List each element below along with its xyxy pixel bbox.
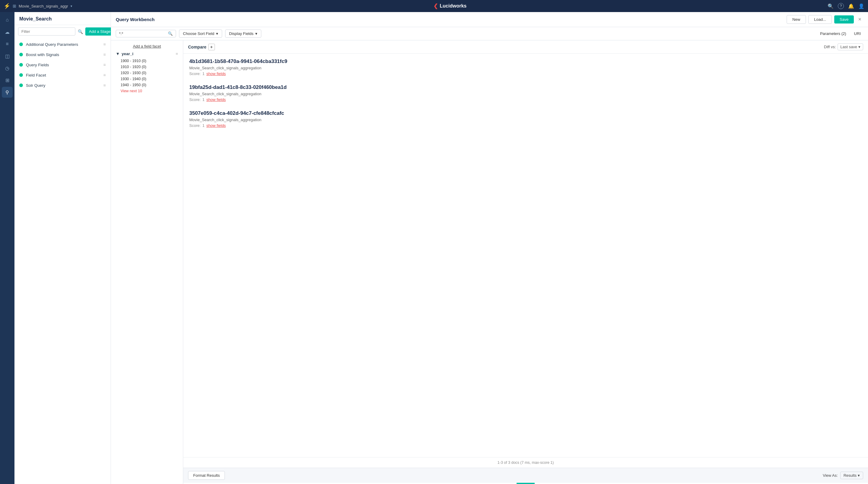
view-as-section: View As: Results ▾ xyxy=(823,472,863,479)
score-value: 1 xyxy=(203,123,205,128)
score-label: Score: xyxy=(189,123,201,128)
result-score-line: Score: 1 show fields xyxy=(189,123,862,128)
pipeline-title: Movie_Search xyxy=(14,12,111,25)
format-results-button[interactable]: Format Results xyxy=(188,471,225,480)
app-breadcrumb-name[interactable]: Movie_Search_signals_aggr xyxy=(19,4,68,8)
main-layout: ⌂ ☁ ≡ ◫ ◷ ⊞ ⚲ Movie_Search 🔍 Add a Stage… xyxy=(0,12,868,484)
content-area: Query Workbench New Load... Save × 🔍 Cho… xyxy=(111,12,868,484)
facet-group-year: ▼ year_i ≡ 1900 - 1910 (0) 1910 - 1920 (… xyxy=(111,52,183,94)
results-layout: Add a field facet ▼ year_i ≡ 1900 - 1910… xyxy=(111,40,868,484)
stage-item-query-fields[interactable]: Query Fields ≡ xyxy=(14,60,111,70)
facet-value-item[interactable]: 1910 - 1920 (0) xyxy=(116,64,178,70)
score-value: 1 xyxy=(203,97,205,102)
result-collection: Movie_Search_click_signals_aggregation xyxy=(189,118,862,122)
brand-logo-icon: ❮ xyxy=(433,3,438,9)
diff-chevron-icon: ▾ xyxy=(858,44,861,49)
stage-list: Additional Query Parameters ≡ Boost with… xyxy=(14,38,111,484)
search-input[interactable] xyxy=(119,31,166,36)
stage-item-solr-query[interactable]: Solr Query ≡ xyxy=(14,80,111,90)
stage-dot xyxy=(19,73,23,77)
filter-input[interactable] xyxy=(18,27,75,36)
user-icon[interactable]: 👤 xyxy=(858,3,864,9)
score-value: 1 xyxy=(203,71,205,76)
drag-handle-icon: ≡ xyxy=(103,62,106,67)
result-score-line: Score: 1 show fields xyxy=(189,97,862,102)
sidebar-icon-dashboard[interactable]: ◫ xyxy=(2,51,13,61)
sidebar-icon-cloud[interactable]: ☁ xyxy=(2,27,13,37)
new-button[interactable]: New xyxy=(786,15,806,24)
show-fields-link[interactable]: show fields xyxy=(207,71,226,76)
display-fields-button[interactable]: Display Fields ▾ xyxy=(225,30,261,38)
sidebar-icon-search[interactable]: ⚲ xyxy=(2,87,13,98)
workbench-actions: New Load... Save × xyxy=(786,15,863,24)
sidebar-icon-clock[interactable]: ◷ xyxy=(2,63,13,73)
diff-select-button[interactable]: Last save ▾ xyxy=(838,43,863,50)
result-id: 4b1d3681-1b58-470a-9941-064cba331fc9 xyxy=(189,58,862,64)
result-collection: Movie_Search_click_signals_aggregation xyxy=(189,92,862,96)
result-score-line: Score: 1 show fields xyxy=(189,71,862,76)
icon-sidebar: ⌂ ☁ ≡ ◫ ◷ ⊞ ⚲ xyxy=(0,12,14,484)
facet-group-header[interactable]: ▼ year_i ≡ xyxy=(116,52,178,56)
facet-arrow-icon: ▼ xyxy=(116,52,120,56)
teal-bar xyxy=(517,483,535,484)
search-icon[interactable]: 🔍 xyxy=(828,3,834,9)
stage-dot xyxy=(19,63,23,67)
results-panel: Compare + Diff vs: Last save ▾ 4b1d36 xyxy=(183,40,868,484)
close-button[interactable]: × xyxy=(856,16,863,23)
stage-dot xyxy=(19,42,23,46)
compare-plus-icon: + xyxy=(208,44,215,50)
brand-name: Lucidworks xyxy=(440,3,467,9)
facet-value-item[interactable]: 1900 - 1910 (0) xyxy=(116,58,178,64)
add-stage-label: Add a Stage xyxy=(89,29,111,34)
sidebar-icon-home[interactable]: ⌂ xyxy=(2,14,13,25)
save-button[interactable]: Save xyxy=(834,16,854,24)
drag-handle-icon: ≡ xyxy=(103,42,106,47)
result-item-2: 3507e059-c4ca-402d-94c7-cfe848cfcafc Mov… xyxy=(189,110,862,128)
diff-vs-label: Diff vs: xyxy=(824,44,836,49)
view-as-select[interactable]: Results ▾ xyxy=(840,472,863,479)
result-id: 19bfa25d-dad1-41c8-8c33-020f460bea1d xyxy=(189,84,862,90)
brand-center: ❮ Lucidworks xyxy=(433,3,467,9)
breadcrumb-chevron[interactable]: ▾ xyxy=(70,4,72,8)
load-button[interactable]: Load... xyxy=(808,15,832,24)
query-bar: 🔍 Choose Sort Field ▾ Display Fields ▾ P… xyxy=(111,27,868,40)
stage-item-additional-query[interactable]: Additional Query Parameters ≡ xyxy=(14,39,111,50)
uri-link[interactable]: URI xyxy=(852,30,863,37)
compare-button[interactable]: Compare + xyxy=(188,44,215,50)
nav-left: ⚡ ⊞ Movie_Search_signals_aggr ▾ xyxy=(4,3,72,9)
drag-handle-icon: ≡ xyxy=(103,52,106,57)
diff-vs-section: Diff vs: Last save ▾ xyxy=(824,43,863,50)
stage-item-boost-signals[interactable]: Boost with Signals ≡ xyxy=(14,50,111,60)
display-chevron-icon: ▾ xyxy=(255,31,257,36)
workbench-header: Query Workbench New Load... Save × xyxy=(111,12,868,27)
drag-handle-icon: ≡ xyxy=(103,83,106,88)
add-field-facet-link[interactable]: Add a field facet xyxy=(111,44,183,52)
filter-search-icon: 🔍 xyxy=(78,29,83,34)
parameters-link[interactable]: Parameters (2) xyxy=(818,30,849,37)
compare-bar: Compare + Diff vs: Last save ▾ xyxy=(183,40,868,54)
result-id: 3507e059-c4ca-402d-94c7-cfe848cfcafc xyxy=(189,110,862,116)
show-fields-link[interactable]: show fields xyxy=(207,123,226,128)
view-as-label: View As: xyxy=(823,473,838,478)
workbench-title: Query Workbench xyxy=(116,17,155,22)
sidebar-icon-grid[interactable]: ⊞ xyxy=(2,75,13,86)
stage-item-field-facet[interactable]: Field Facet ≡ xyxy=(14,70,111,80)
format-results-bar: Format Results View As: Results ▾ xyxy=(183,468,868,483)
facet-value-item[interactable]: 1930 - 1940 (0) xyxy=(116,76,178,82)
sidebar-icon-layers[interactable]: ≡ xyxy=(2,38,13,50)
sort-field-label: Choose Sort Field xyxy=(183,31,214,36)
facet-value-item[interactable]: 1940 - 1950 (0) xyxy=(116,82,178,88)
bell-icon[interactable]: 🔔 xyxy=(848,3,854,9)
stage-name: Solr Query xyxy=(26,83,100,88)
results-footer: 1-3 of 3 docs (7 ms, max-score 1) xyxy=(183,457,868,468)
sort-field-button[interactable]: Choose Sort Field ▾ xyxy=(179,30,222,38)
diff-value: Last save xyxy=(840,44,857,49)
app-icon: ⚡ xyxy=(4,3,10,9)
stage-dot xyxy=(19,53,23,56)
drag-handle-icon: ≡ xyxy=(103,72,106,78)
show-fields-link[interactable]: show fields xyxy=(207,97,226,102)
score-label: Score: xyxy=(189,71,201,76)
view-more-link[interactable]: View next 10 xyxy=(116,88,178,94)
facet-value-item[interactable]: 1920 - 1930 (0) xyxy=(116,70,178,76)
help-icon[interactable]: ? xyxy=(838,3,844,9)
